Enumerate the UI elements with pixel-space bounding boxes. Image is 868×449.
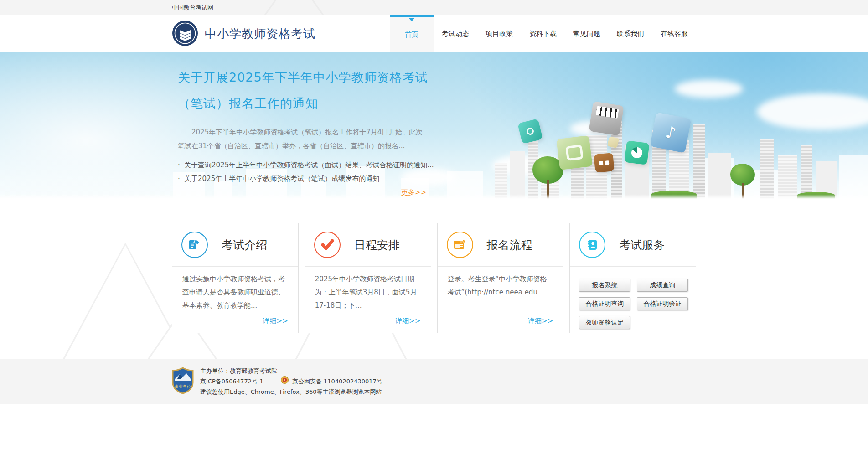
card-title: 考试介绍 (222, 237, 267, 253)
nav-item-online-service[interactable]: 在线客服 (652, 15, 696, 52)
teacher-qualification-button[interactable]: 教师资格认定 (579, 316, 630, 329)
building (760, 139, 774, 199)
card-title: 报名流程 (487, 237, 532, 253)
institution-badge-icon: 事业单位 (172, 367, 194, 396)
registration-system-button[interactable]: 报名系统 (579, 279, 630, 292)
main-nav: 首页 考试动态 项目政策 资料下载 常见问题 联系我们 在线客服 (390, 15, 696, 52)
feature-cards-section: 考试介绍 通过实施中小学教师资格考试，考查申请人是否具备教师职业道德、基本素养、… (0, 199, 868, 359)
registration-form-icon (447, 232, 473, 258)
nav-item-contact[interactable]: 联系我们 (609, 15, 652, 52)
site-title: 中小学教师资格考试 (205, 26, 315, 42)
exam-intro-icon (181, 232, 208, 258)
announcement-title[interactable]: 关于开展2025年下半年中小学教师资格考试（笔试）报名工作的通知 (178, 64, 440, 116)
nav-item-home[interactable]: 首页 (390, 15, 434, 52)
news-item[interactable]: 关于2025年上半年中小学教师资格考试（笔试）成绩发布的通知 (178, 172, 426, 186)
police-badge-icon (281, 376, 289, 387)
header: 中小学教师资格考试 首页 考试动态 项目政策 资料下载 常见问题 联系我们 在线… (0, 15, 868, 52)
card-exam-intro: 考试介绍 通过实施中小学教师资格考试，考查申请人是否具备教师职业道德、基本素养、… (172, 223, 299, 333)
nav-item-policies[interactable]: 项目政策 (477, 15, 521, 52)
book-seal-icon (172, 20, 198, 48)
topbar: 中国教育考试网 (0, 0, 868, 15)
building (778, 155, 797, 199)
cloud (757, 93, 868, 130)
detail-link[interactable]: 详细>> (263, 317, 288, 325)
score-query-button[interactable]: 成绩查询 (637, 279, 688, 292)
nav-item-faq[interactable]: 常见问题 (565, 15, 609, 52)
card-title: 日程安排 (354, 237, 400, 253)
news-list: 关于查询2025年上半年中小学教师资格考试（面试）结果、考试合格证明的通知...… (178, 158, 426, 186)
certificate-query-button[interactable]: 合格证明查询 (579, 297, 630, 310)
service-buttons: 报名系统 成绩查询 合格证明查询 合格证明验证 教师资格认定 (570, 267, 696, 329)
card-body-text: 2025年中小学教师资格考试日期为：上半年笔试3月8日，面试5月17-18日；下… (305, 267, 431, 312)
announcement-summary: 2025年下半年中小学教师资格考试（笔试）报名工作将于7月4日开始。此次笔试在3… (178, 125, 426, 153)
building (708, 153, 731, 199)
logo[interactable]: 中小学教师资格考试 (172, 20, 315, 48)
card-schedule: 日程安排 2025年中小学教师资格考试日期为：上半年笔试3月8日，面试5月17-… (305, 223, 431, 333)
certificate-verify-button[interactable]: 合格证明验证 (637, 297, 688, 310)
building (801, 145, 812, 199)
svg-text:事业单位: 事业单位 (175, 384, 191, 389)
news-item[interactable]: 关于查询2025年上半年中小学教师资格考试（面试）结果、考试合格证明的通知... (178, 158, 426, 172)
page: 中国教育考试网 中小学教师资格考试 (0, 0, 868, 449)
service-book-icon (579, 232, 605, 258)
card-title: 考试服务 (619, 237, 665, 253)
detail-link[interactable]: 详细>> (528, 317, 553, 325)
icp-license-link[interactable]: 京ICP备05064772号-1 (200, 377, 264, 387)
more-link[interactable]: 更多>> (178, 188, 426, 197)
watermark-triangle (255, 0, 333, 15)
hero-banner: ♪ 关于开展2025年下半年中小学教师资格考试（笔试）报名工作的通知 2025年… (0, 52, 868, 199)
card-registration-flow: 报名流程 登录。考生登录“中小学教师资格考试”(http://ntce.neea… (437, 223, 564, 333)
card-exam-services: 考试服务 报名系统 成绩查询 合格证明查询 合格证明验证 教师资格认定 (569, 223, 696, 333)
bottom-whitespace (0, 404, 868, 449)
nav-item-downloads[interactable]: 资料下载 (521, 15, 565, 52)
card-body-text: 通过实施中小学教师资格考试，考查申请人是否具备教师职业道德、基本素养、教育教学能… (172, 267, 298, 312)
footer: 事业单位 主办单位：教育部教育考试院 京ICP备05064772号-1 (0, 359, 868, 404)
parent-site-link[interactable]: 中国教育考试网 (172, 4, 213, 12)
footer-browser-tip: 建议您使用Edge、Chrome、Firefox、360等主流浏览器浏览本网站 (200, 387, 382, 397)
city-silhouette (839, 155, 868, 199)
card-body-text: 登录。考生登录“中小学教师资格考试”(http://ntce.neea.edu.… (438, 267, 563, 299)
tree (730, 164, 755, 186)
detail-link[interactable]: 详细>> (395, 317, 420, 325)
nav-item-exam-news[interactable]: 考试动态 (434, 15, 477, 52)
schedule-check-icon (314, 232, 341, 258)
footer-organizer: 主办单位：教育部教育考试院 (200, 366, 382, 376)
police-license-link[interactable]: 京公网安备 11040202430017号 (292, 377, 382, 387)
